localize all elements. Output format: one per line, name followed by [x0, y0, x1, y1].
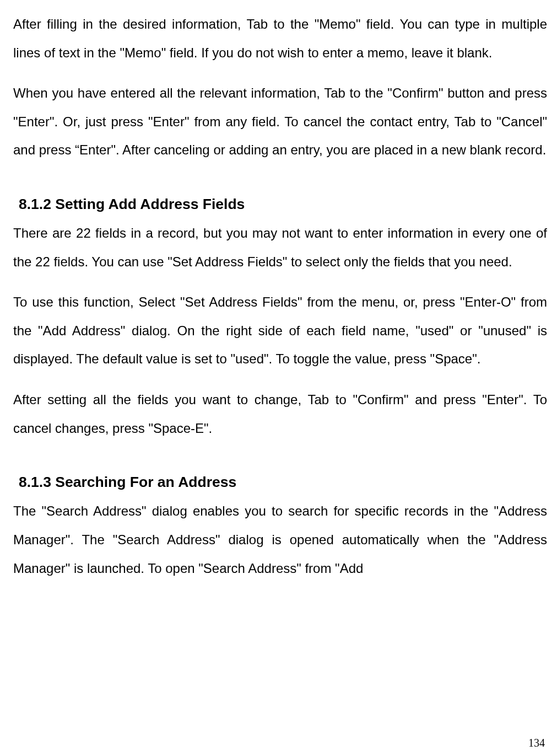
section-heading-8-1-3: 8.1.3 Searching For an Address: [13, 472, 547, 492]
body-paragraph: After filling in the desired information…: [13, 10, 547, 67]
page-number: 134: [528, 737, 545, 749]
body-paragraph: When you have entered all the relevant i…: [13, 79, 547, 164]
body-paragraph: To use this function, Select "Set Addres…: [13, 288, 547, 373]
section-heading-8-1-2: 8.1.2 Setting Add Address Fields: [13, 194, 547, 215]
body-paragraph: There are 22 fields in a record, but you…: [13, 219, 547, 276]
body-paragraph: After setting all the fields you want to…: [13, 385, 547, 442]
body-paragraph: The "Search Address" dialog enables you …: [13, 497, 547, 582]
